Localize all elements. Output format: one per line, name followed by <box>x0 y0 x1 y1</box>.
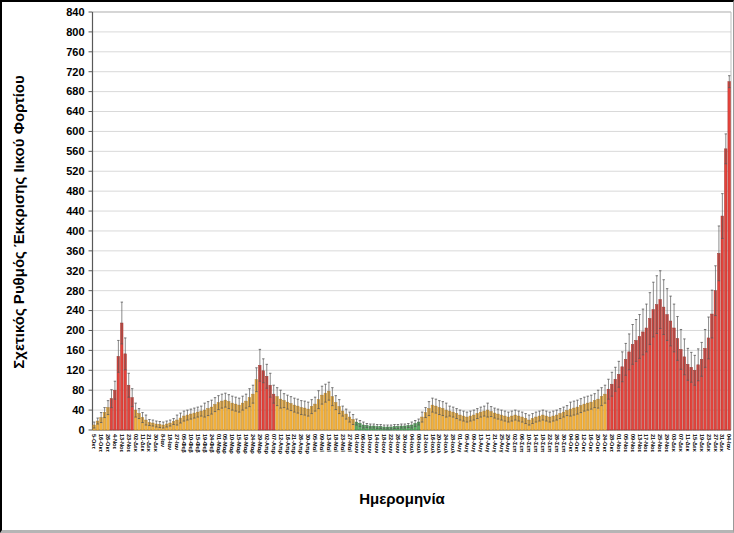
y-tick-label: 160 <box>66 344 84 356</box>
x-tick-label: 02-Σεπ <box>512 434 518 453</box>
x-tick-label: 13-Αυγ <box>478 434 484 453</box>
x-tick-label: 26-Ιουν <box>395 434 401 453</box>
x-tick-label: 29-Μαρ <box>257 434 263 454</box>
x-tick-label: 26-Απρ <box>298 434 304 454</box>
x-tick-label: 18-Μαϊ <box>333 434 339 452</box>
x-tick-label: 06-Σεπ <box>519 434 525 453</box>
x-tick-label: 04-Ιουλ <box>409 434 415 454</box>
bar-chart: 0408012016020024028032036040044048052056… <box>2 2 734 533</box>
x-tick-label: 18-Ιουν <box>381 434 387 453</box>
x-tick-label: 27-Μαϊ <box>347 434 353 452</box>
y-tick-label: 480 <box>66 185 84 197</box>
x-tick-label: 10-Μαρ <box>229 434 235 454</box>
x-tick-label: 09-Αυγ <box>471 434 477 453</box>
chart-figure: 0408012016020024028032036040044048052056… <box>0 0 734 533</box>
x-tick-label: 10-Σεπ <box>526 434 532 453</box>
x-tick-label: 16-Απρ <box>285 434 291 454</box>
x-tick-label: 09-Μαϊ <box>319 434 325 452</box>
x-tick-label: 18-Σεπ <box>540 434 546 453</box>
y-tick-label: 640 <box>66 105 84 117</box>
x-tick-label: 07-Απρ <box>271 434 277 454</box>
x-tick-label: 04-Ιαν <box>726 434 732 450</box>
x-axis-labels: 5-Οκτ16-Οκτ26-Οκτ4-Νοε13-Νοε23-Νοε02-Δεκ… <box>91 434 732 454</box>
y-tick-label: 240 <box>66 304 84 316</box>
x-tick-label: 15-Φεβ <box>195 434 201 453</box>
x-tick-label: 31-Δεκ <box>719 434 725 453</box>
x-tick-label: 14-Ιουν <box>374 434 380 453</box>
x-tick-label: 13-Νοε <box>637 434 643 453</box>
y-tick-label: 560 <box>66 145 84 157</box>
x-tick-label: 10-Ιουν <box>367 434 373 453</box>
x-tick-label: 28-Ιουλ <box>450 434 456 454</box>
x-tick-label: 14-Σεπ <box>533 434 539 453</box>
bars <box>93 82 731 430</box>
x-tick-label: 05-Φεβ <box>181 434 187 453</box>
y-tick-label: 40 <box>72 404 84 416</box>
x-tick-label: 04-Οκτ <box>568 434 574 453</box>
x-tick-label: 16-Οκτ <box>588 434 594 453</box>
x-tick-label: 03-Δεκ <box>671 434 677 453</box>
x-tick-label: 18-Ιαν <box>167 434 173 450</box>
y-tick-label: 80 <box>72 384 84 396</box>
y-tick-label: 120 <box>66 364 84 376</box>
x-tick-label: 05-Νοε <box>623 434 629 453</box>
y-tick-label: 280 <box>66 285 84 297</box>
x-tick-label: 08-Οκτ <box>574 434 580 453</box>
x-tick-label: 22-Σεπ <box>547 434 553 453</box>
x-tick-label: 12-Ιουλ <box>423 434 429 454</box>
x-tick-label: 29-Αυγ <box>505 434 511 453</box>
x-tick-label: 07-Δεκ <box>678 434 684 453</box>
x-tick-label: 24-Ιουλ <box>443 434 449 454</box>
x-tick-label: 05-Μαρ <box>222 434 228 454</box>
x-tick-label: 08-Ιουλ <box>416 434 422 454</box>
y-tick-label: 680 <box>66 85 84 97</box>
y-tick-label: 520 <box>66 165 84 177</box>
y-axis-title: Σχετικός Ρυθμός Έκκρισης Ιικού Φορτίου <box>10 75 27 368</box>
y-tick-label: 440 <box>66 205 84 217</box>
x-tick-label: 24-Οκτ <box>602 434 608 453</box>
x-tick-label: 01-Αυγ <box>457 434 463 453</box>
x-tick-label: 30-Ιουν <box>402 434 408 453</box>
x-tick-label: 23-Δεκ <box>706 434 712 453</box>
x-tick-label: 27-Δεκ <box>713 434 719 453</box>
y-tick-label: 760 <box>66 46 84 58</box>
x-tick-label: 06-Ιουν <box>360 434 366 453</box>
x-tick-label: 21-Νοε <box>650 434 656 453</box>
x-tick-label: 25-Νοε <box>657 434 663 453</box>
x-tick-label: 26-Οκτ <box>105 434 111 453</box>
x-tick-label: 5-Οκτ <box>91 434 97 449</box>
x-tick-label: 20-Ιουλ <box>436 434 442 454</box>
x-tick-label: 16-Ιουλ <box>429 434 435 454</box>
y-tick-label: 400 <box>66 225 84 237</box>
x-tick-label: 01-Νοε <box>616 434 622 453</box>
y-tick-label: 840 <box>66 6 84 18</box>
x-tick-label: 19-Μαρ <box>243 434 249 454</box>
y-tick-label: 600 <box>66 125 84 137</box>
x-tick-label: 05-Αυγ <box>464 434 470 453</box>
x-tick-label: 09-Νοε <box>630 434 636 453</box>
x-tick-label: 10-Φεβ <box>188 434 194 453</box>
x-tick-label: 24-Φεβ <box>209 434 215 453</box>
x-axis-title: Ημερομηνία <box>359 490 445 507</box>
y-tick-label: 320 <box>66 265 84 277</box>
x-tick-label: 16-Οκτ <box>98 434 104 453</box>
x-tick-label: 30-Απρ <box>305 434 311 454</box>
bar <box>728 82 731 430</box>
y-tick-label: 200 <box>66 324 84 336</box>
x-tick-label: 28-Οκτ <box>609 434 615 453</box>
y-tick-label: 360 <box>66 245 84 257</box>
x-tick-label: 25-Αυγ <box>499 434 505 453</box>
x-tick-label: 11-Δεκ <box>685 434 691 452</box>
bar <box>724 149 727 430</box>
x-tick-label: 02-Απρ <box>264 434 270 454</box>
y-tick-label: 800 <box>66 26 84 38</box>
x-tick-label: 19-Φεβ <box>202 434 208 453</box>
x-tick-label: 17-Αυγ <box>485 434 491 453</box>
x-tick-label: 30-Δεκ <box>153 434 159 453</box>
x-tick-label: 12-Απρ <box>278 434 284 454</box>
x-tick-label: 01-Μαρ <box>216 434 222 454</box>
x-tick-label: 13-Μαϊ <box>326 434 332 452</box>
x-tick-label: 21-Δεκ <box>146 434 152 453</box>
x-tick-label: 11-Δεκ <box>140 434 146 452</box>
x-tick-label: 12-Οκτ <box>581 434 587 453</box>
